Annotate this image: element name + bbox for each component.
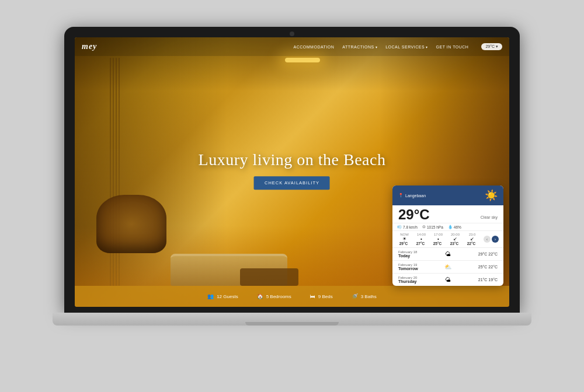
guests-icon: 👥 xyxy=(207,293,214,299)
daily-temps-0: 29°C 22°C xyxy=(478,252,498,256)
bedrooms-icon: 🏠 xyxy=(257,293,263,299)
nav-accommodation[interactable]: ACCOMMODATION xyxy=(294,45,335,49)
laptop-container: mey ACCOMMODATION ATTRACTIONS ▾ LOCAL SE… xyxy=(53,27,531,365)
current-temp: 29°C xyxy=(398,208,430,222)
screen: mey ACCOMMODATION ATTRACTIONS ▾ LOCAL SE… xyxy=(75,37,509,307)
sun-icon: ☀️ xyxy=(485,189,498,202)
weather-nav-badge[interactable]: 29°C ▾ xyxy=(481,43,502,50)
hourly-item-4: 23:0 ↙ 22°C xyxy=(465,233,479,246)
daily-low-2: 19°C xyxy=(488,278,498,282)
hourly-icon-4: ↙ xyxy=(465,236,479,242)
light-fixture xyxy=(285,58,320,62)
hourly-item-3: 20:00 ↙ 23°C xyxy=(448,233,463,246)
daily-date-col-2: February 20 Thursday xyxy=(398,276,417,284)
stat-beds: 🛏 9 Beds xyxy=(310,293,333,299)
pressure-icon: ⊙ xyxy=(422,225,426,229)
hourly-temp-0: 29°C xyxy=(397,242,410,246)
daily-row-0: February 18 Today 🌤 29°C 22°C xyxy=(392,247,503,260)
nav-get-in-touch[interactable]: GET IN TOUCH xyxy=(436,45,469,49)
daily-high-0: 29°C xyxy=(478,252,488,256)
screen-bezel: mey ACCOMMODATION ATTRACTIONS ▾ LOCAL SE… xyxy=(64,27,520,313)
daily-icon-0: 🌤 xyxy=(445,251,451,257)
nav-attractions[interactable]: ATTRACTIONS ▾ xyxy=(342,45,377,49)
daily-icon-2: 🌤 xyxy=(445,276,451,283)
hourly-temp-3: 23°C xyxy=(448,242,461,246)
daily-day-0: Today xyxy=(398,254,417,258)
baths-icon: 🚿 xyxy=(352,293,358,299)
hourly-nav-arrows: ‹ › xyxy=(484,236,499,243)
prev-hour-button[interactable]: ‹ xyxy=(484,236,491,243)
weather-stats-row: 💨 7.8 km/h ⊙ 1015 hPa 💧 46% xyxy=(392,223,503,230)
weather-location: 📍 Langebaan xyxy=(398,193,426,198)
pin-icon: 📍 xyxy=(398,193,404,198)
hourly-icon-2: • xyxy=(431,236,446,242)
weather-widget: 📍 Langebaan ☀️ 29°C Clear sky 💨 7.8 km/h xyxy=(392,186,503,286)
hourly-items: NOW ☀ 29°C 14:00 • 27°C 17:00 • 25°C xyxy=(397,233,484,246)
hourly-temp-2: 25°C xyxy=(431,242,444,246)
beds-icon: 🛏 xyxy=(310,293,315,299)
pressure-stat: ⊙ 1015 hPa xyxy=(422,225,443,229)
site-logo: mey xyxy=(82,42,97,51)
daily-temps-2: 21°C 19°C xyxy=(478,278,498,282)
daily-high-1: 25°C xyxy=(478,265,488,269)
hourly-icon-0: ☀ xyxy=(397,236,412,242)
weather-header: 📍 Langebaan ☀️ xyxy=(392,186,503,205)
humidity-value: 46% xyxy=(454,225,461,229)
nav-local-services[interactable]: LOCAL SERVICES ▾ xyxy=(385,45,427,49)
hourly-icon-1: • xyxy=(414,236,429,242)
daily-low-0: 22°C xyxy=(488,252,498,256)
navbar: mey ACCOMMODATION ATTRACTIONS ▾ LOCAL SE… xyxy=(75,37,509,56)
beds-label: 9 Beds xyxy=(318,294,333,299)
daily-temps-1: 25°C 22°C xyxy=(478,265,498,269)
laptop-base xyxy=(53,313,531,326)
humidity-stat: 💧 46% xyxy=(448,225,461,229)
coffee-table-silhouette xyxy=(240,268,298,286)
hourly-temp-1: 27°C xyxy=(414,242,427,246)
location-name: Langebaan xyxy=(405,194,426,198)
pressure-value: 1015 hPa xyxy=(427,225,443,229)
baths-label: 3 Baths xyxy=(361,294,377,299)
stat-guests: 👥 12 Guests xyxy=(207,293,238,299)
chevron-down-icon: ▾ xyxy=(426,45,428,49)
daily-day-1: Tomorrow xyxy=(398,267,418,271)
daily-date-col-1: February 19 Tomorrow xyxy=(398,263,418,271)
wind-stat: 💨 7.8 km/h xyxy=(397,225,418,229)
daily-icon-1: ⛅ xyxy=(444,264,451,270)
stat-bedrooms: 🏠 5 Bedrooms xyxy=(257,293,291,299)
weather-condition: Clear sky xyxy=(481,215,498,222)
daily-high-2: 21°C xyxy=(478,278,488,282)
weather-temp-main: 29°C Clear sky xyxy=(392,205,503,223)
bedrooms-label: 5 Bedrooms xyxy=(266,294,291,299)
hourly-item-2: 17:00 • 25°C xyxy=(431,233,446,246)
daily-low-1: 22°C xyxy=(488,265,498,269)
next-hour-button[interactable]: › xyxy=(492,236,499,243)
guests-label: 12 Guests xyxy=(217,294,238,299)
daily-row-2: February 20 Thursday 🌤 21°C 19°C xyxy=(392,273,503,286)
hourly-temp-4: 22°C xyxy=(465,242,478,246)
wind-value: 7.8 km/h xyxy=(403,225,418,229)
hero-content: Luxury living on the Beach CHECK AVAILAB… xyxy=(199,150,386,190)
hero-title: Luxury living on the Beach xyxy=(199,150,386,169)
hourly-item-1: 14:00 • 27°C xyxy=(414,233,429,246)
daily-date-col-0: February 18 Today xyxy=(398,250,417,258)
nav-menu: ACCOMMODATION ATTRACTIONS ▾ LOCAL SERVIC… xyxy=(294,43,502,50)
daily-row-1: February 19 Tomorrow ⛅ 25°C 22°C xyxy=(392,260,503,273)
stat-baths: 🚿 3 Baths xyxy=(352,293,377,299)
hourly-forecast-row: NOW ☀ 29°C 14:00 • 27°C 17:00 • 25°C xyxy=(392,230,503,247)
chair-left-silhouette xyxy=(96,195,166,253)
chevron-down-icon: ▾ xyxy=(376,45,378,49)
property-stats-bar: 👥 12 Guests 🏠 5 Bedrooms 🛏 9 Beds 🚿 3 Ba… xyxy=(75,286,509,307)
hourly-item-0: NOW ☀ 29°C xyxy=(397,233,412,246)
check-availability-button[interactable]: CHECK AVAILABILITY xyxy=(254,176,330,190)
daily-day-2: Thursday xyxy=(398,279,417,284)
hourly-icon-3: ↙ xyxy=(448,236,463,242)
wind-icon: 💨 xyxy=(397,225,402,229)
humidity-icon: 💧 xyxy=(448,225,453,229)
